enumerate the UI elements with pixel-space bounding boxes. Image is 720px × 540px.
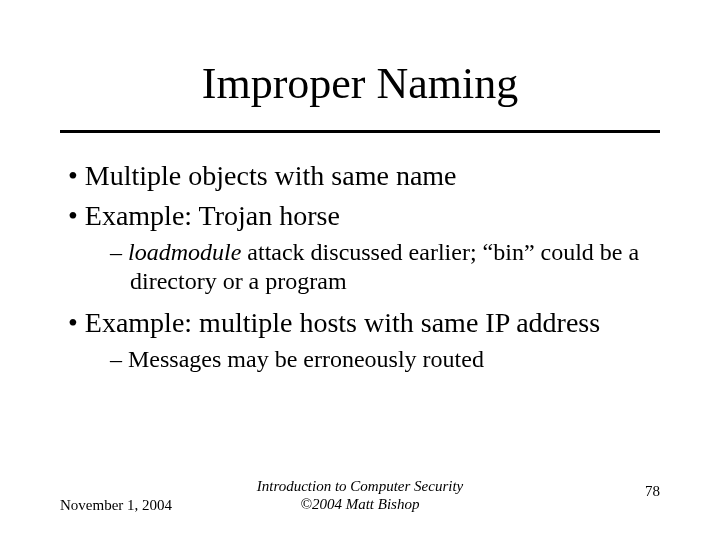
bullet-multiple-objects: Multiple objects with same name bbox=[60, 159, 665, 193]
sub-bullet-routing: Messages may be erroneously routed bbox=[60, 345, 665, 374]
slide-body: Multiple objects with same name Example:… bbox=[60, 155, 665, 384]
slide: Improper Naming Multiple objects with sa… bbox=[0, 0, 720, 540]
sub-bullet-loadmodule: loadmodule attack discussed earlier; “bi… bbox=[60, 238, 665, 296]
bullet-multiple-hosts: Example: multiple hosts with same IP add… bbox=[60, 306, 665, 340]
footer-center: Introduction to Computer Security ©2004 … bbox=[60, 477, 660, 515]
footer-title: Introduction to Computer Security bbox=[257, 478, 464, 494]
slide-title: Improper Naming bbox=[0, 58, 720, 109]
bullet-trojan-horse: Example: Trojan horse bbox=[60, 199, 665, 233]
footer-page-number: 78 bbox=[645, 483, 660, 500]
loadmodule-term: loadmodule bbox=[128, 239, 241, 265]
title-underline bbox=[60, 130, 660, 133]
footer-copyright: ©2004 Matt Bishop bbox=[301, 496, 420, 512]
